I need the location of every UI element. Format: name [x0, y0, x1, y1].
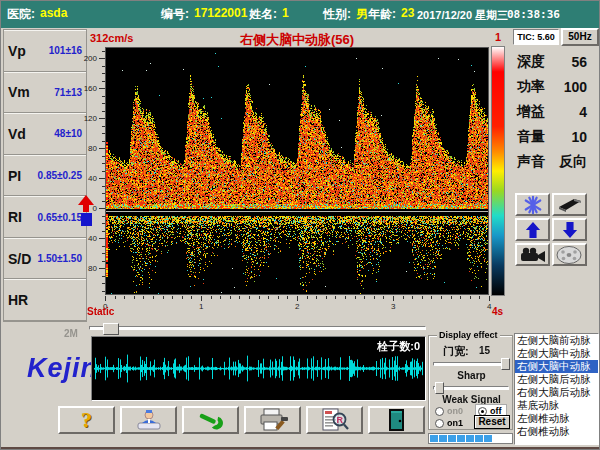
- sharp-label: Sharp: [429, 370, 514, 381]
- print-button[interactable]: [244, 406, 301, 434]
- disk-button[interactable]: [552, 243, 587, 266]
- progress-segment: [457, 435, 465, 442]
- sharp-slider-handle[interactable]: [435, 382, 444, 394]
- velocity-axis-label: 200: [84, 54, 97, 63]
- velocity-axis-tick: [102, 111, 105, 112]
- param-cell-hr[interactable]: HR: [4, 279, 86, 321]
- velocity-axis-tick: [102, 141, 105, 142]
- monitor-scroll-track[interactable]: [89, 326, 426, 330]
- time-axis-label: 2: [295, 302, 299, 311]
- artery-list-item[interactable]: 左侧大脑中动脉: [515, 347, 598, 360]
- velocity-axis-tick: [102, 261, 105, 262]
- frequency-button[interactable]: 50Hz: [561, 28, 599, 46]
- time-axis-tick: [307, 296, 308, 299]
- age-value: 23: [401, 6, 414, 23]
- gate-slider-handle[interactable]: [501, 358, 510, 370]
- time-axis-tick: [124, 296, 125, 299]
- param-cell-vd[interactable]: Vd48±10: [4, 113, 86, 155]
- param-cell-ri[interactable]: RI0.65±0.15: [4, 196, 86, 238]
- param-cell-vp[interactable]: Vp101±16: [4, 30, 86, 72]
- velocity-axis-label: 40: [88, 174, 97, 183]
- param-cell-pi[interactable]: PI0.85±0.25: [4, 155, 86, 197]
- param-cell-vm[interactable]: Vm71±13: [4, 72, 86, 114]
- radio-on0[interactable]: on0: [435, 406, 463, 416]
- channel-number: 1: [495, 31, 501, 43]
- time-axis-tick: [211, 296, 212, 299]
- gate-width-label: 门宽:: [443, 344, 469, 359]
- velocity-axis-tick: [99, 58, 105, 59]
- velocity-axis-tick: [99, 178, 105, 179]
- time-axis-tick: [153, 296, 154, 299]
- time-axis-tick: [383, 296, 384, 299]
- machine-param-value: 反向: [559, 153, 587, 171]
- exit-door-icon: [388, 408, 406, 432]
- probe-button[interactable]: [552, 193, 587, 216]
- patient-id-field: 编号:17122001: [161, 6, 247, 23]
- probe-icon: [557, 197, 583, 213]
- artery-list-item[interactable]: 左侧大脑前动脉: [515, 334, 598, 347]
- age-label: 年龄:: [368, 6, 396, 23]
- patient-info-button[interactable]: [120, 406, 177, 434]
- artery-list-item[interactable]: 右侧大脑中动脉: [515, 360, 598, 373]
- time-axis-tick: [479, 296, 480, 299]
- time-axis-tick: [220, 296, 221, 299]
- progress-segment: [448, 435, 456, 442]
- time-axis-label: 4: [487, 302, 491, 311]
- velocity-axis-tick: [102, 283, 105, 284]
- artery-list-item[interactable]: 右侧椎动脉: [515, 425, 598, 438]
- sharp-slider-track[interactable]: [433, 386, 509, 390]
- velocity-axis-tick: [102, 201, 105, 202]
- progress-segment: [430, 435, 438, 442]
- age-field: 年龄:23: [368, 6, 414, 23]
- artery-list-item[interactable]: 基底动脉: [515, 399, 598, 412]
- time-axis-tick: [297, 296, 298, 301]
- settings-wrench-button[interactable]: [182, 406, 239, 434]
- baseline-marker-stem[interactable]: [83, 204, 89, 212]
- velocity-axis-tick: [102, 216, 105, 217]
- artery-list-item[interactable]: 左侧椎动脉: [515, 412, 598, 425]
- time-axis-tick: [355, 296, 356, 299]
- velocity-axis-tick: [102, 186, 105, 187]
- embolus-trace-canvas: [92, 337, 425, 400]
- time-axis-label: 1: [199, 302, 203, 311]
- progress-segment: [484, 435, 492, 442]
- radio-on1[interactable]: on1: [435, 418, 463, 428]
- patient-name-label: 姓名:: [249, 6, 277, 23]
- freeze-snowflake-button[interactable]: [515, 193, 550, 216]
- monitor-scroll-handle[interactable]: [103, 323, 119, 335]
- time-axis-tick: [335, 296, 336, 299]
- time-axis-tick: [134, 296, 135, 299]
- report-review-icon: R: [321, 408, 349, 432]
- gate-slider-track[interactable]: [433, 362, 509, 366]
- time-axis-tick: [364, 296, 365, 299]
- gender-value: 男: [356, 6, 368, 23]
- time-axis-tick: [239, 296, 240, 299]
- machine-param-value: 4: [579, 104, 587, 120]
- velocity-axis-tick: [102, 156, 105, 157]
- arrow-down-button[interactable]: [552, 218, 587, 241]
- arrow-up-button[interactable]: [515, 218, 550, 241]
- help-button[interactable]: ?: [58, 406, 115, 434]
- velocity-axis-tick: [99, 88, 105, 89]
- radio-on0-circle-icon[interactable]: [435, 407, 444, 416]
- camera-button[interactable]: [515, 243, 550, 266]
- report-review-button[interactable]: R: [306, 406, 363, 434]
- reset-button[interactable]: Reset: [474, 415, 510, 429]
- artery-list-item[interactable]: 右侧大脑后动脉: [515, 386, 598, 399]
- probe-frequency-label: 2M: [64, 328, 78, 339]
- velocity-axis-tick: [99, 148, 105, 149]
- artery-list-item[interactable]: 左侧大脑后动脉: [515, 373, 598, 386]
- print-icon: [257, 408, 289, 432]
- time-axis-tick: [412, 296, 413, 299]
- radio-on1-circle-icon[interactable]: [435, 419, 444, 428]
- time-axis-tick: [345, 296, 346, 299]
- progress-segment: [475, 435, 483, 442]
- param-value: 0.85±0.25: [38, 170, 82, 181]
- param-cell-s-d[interactable]: S/D1.50±1.50: [4, 238, 86, 280]
- exit-door-button[interactable]: [368, 406, 425, 434]
- time-axis-tick: [431, 296, 432, 299]
- baseline-marker-handle[interactable]: [81, 213, 92, 226]
- velocity-axis-tick: [99, 268, 105, 269]
- time-axis-tick: [182, 296, 183, 299]
- time-axis-label: 3: [391, 302, 395, 311]
